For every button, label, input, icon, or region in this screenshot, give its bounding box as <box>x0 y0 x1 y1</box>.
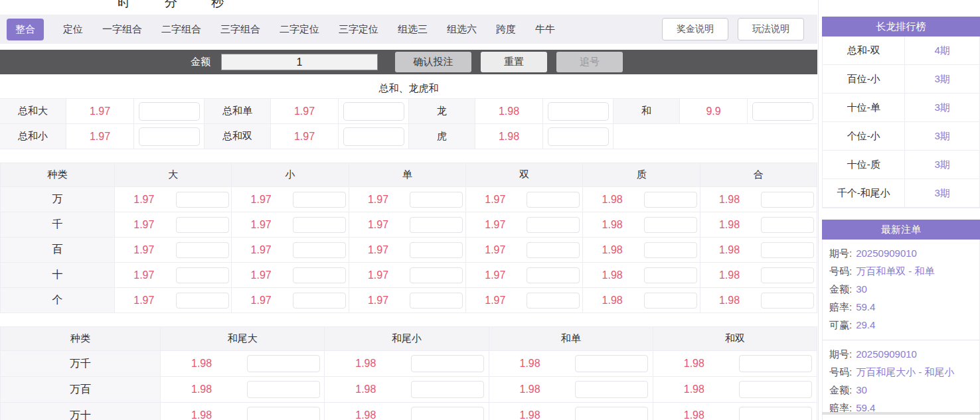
bet-input-cell <box>525 187 583 212</box>
bet-amount-input[interactable] <box>761 192 814 208</box>
odds-value: 1.98 <box>161 403 242 420</box>
bet-amount-input[interactable] <box>644 242 697 258</box>
dragon-label: 百位-小 <box>823 65 905 93</box>
bet-input-cell <box>173 187 232 212</box>
column-header: 小 <box>232 163 349 186</box>
tab-niuniu[interactable]: 牛牛 <box>535 23 555 36</box>
bet-amount-input[interactable] <box>548 102 609 121</box>
bet-amount-input[interactable] <box>410 242 463 258</box>
sum-row: 总和小1.97总和双1.97虎1.98 <box>0 123 817 149</box>
tab-sanzi-dingwei[interactable]: 三字定位 <box>339 23 378 36</box>
tab-zuxuan-san[interactable]: 组选三 <box>398 23 428 36</box>
bet-amount-input[interactable] <box>293 242 346 258</box>
odds-value: 1.97 <box>466 238 525 262</box>
odds-value: 1.98 <box>489 377 571 402</box>
bet-amount-input[interactable] <box>247 355 320 372</box>
tab-erzi-dingwei[interactable]: 二字定位 <box>280 23 319 36</box>
empty-cell <box>613 124 817 149</box>
bet-amount-input[interactable] <box>761 293 814 309</box>
bet-input-cell <box>406 351 488 376</box>
bet-amount-input[interactable] <box>293 267 346 283</box>
reset-button[interactable]: 重置 <box>481 52 547 72</box>
bet-amount-input[interactable] <box>176 192 229 208</box>
row-label: 千 <box>1 212 115 237</box>
bet-amount-input[interactable] <box>343 102 404 121</box>
bet-amount-input[interactable] <box>176 242 229 258</box>
dragon-ranking-panel: 长龙排行榜 总和-双4期百位-小3期十位-单3期个位-小3期十位-质3期千个-和… <box>822 17 980 208</box>
tab-zuxuan-liu[interactable]: 组选六 <box>447 23 477 36</box>
odds-value: 1.98 <box>700 238 759 262</box>
bet-amount-input[interactable] <box>410 267 463 283</box>
bet-amount-input[interactable] <box>247 381 320 398</box>
page: 时 分 秒 整合定位一字组合二字组合三字组合二字定位三字定位组选三组选六跨度牛牛… <box>0 0 980 420</box>
tab-kuadu[interactable]: 跨度 <box>496 23 516 36</box>
bet-amount-input[interactable] <box>527 192 580 208</box>
bet-amount-input[interactable] <box>575 407 648 420</box>
bet-amount-input[interactable] <box>139 127 200 146</box>
bet-amount-input[interactable] <box>293 293 346 309</box>
chase-number-button[interactable]: 追号 <box>556 52 623 72</box>
tab-sanzi-zuhe[interactable]: 三字组合 <box>220 23 260 36</box>
tab-yizi-zuhe[interactable]: 一字组合 <box>102 23 142 36</box>
order-field: 赔率:59.4 <box>823 298 979 316</box>
amount-label: 金额 <box>191 56 210 68</box>
order-entry: 期号:20250909010号码:万百和单双 - 和单金额:30赔率:59.4可… <box>823 240 979 340</box>
bet-amount-input[interactable] <box>644 217 697 233</box>
bet-input-cell <box>735 351 817 376</box>
bet-amount-input[interactable] <box>548 127 609 146</box>
column-header: 双 <box>466 163 583 186</box>
bet-amount-input[interactable] <box>752 102 813 121</box>
odds-value: 1.97 <box>232 263 290 287</box>
bet-amount-input[interactable] <box>410 217 463 233</box>
bet-amount-input[interactable] <box>739 381 812 398</box>
order-field: 号码:万百和单双 - 和单 <box>823 262 979 280</box>
prize-info-button[interactable]: 奖金说明 <box>662 18 728 40</box>
bet-amount-input[interactable] <box>176 267 229 283</box>
bet-amount-input[interactable] <box>739 355 812 372</box>
column-header: 种类 <box>1 163 115 186</box>
play-rules-button[interactable]: 玩法说明 <box>738 18 804 40</box>
bet-amount-input[interactable] <box>527 267 580 283</box>
bet-amount-input[interactable] <box>527 242 580 258</box>
table-row: 个1.971.971.971.971.981.98 <box>1 288 817 313</box>
bet-amount-input[interactable] <box>293 192 346 208</box>
bet-amount-input[interactable] <box>761 242 814 258</box>
bet-cell-group: 1.98 <box>161 377 325 402</box>
amount-input[interactable] <box>221 54 378 70</box>
tab-erzi-zuhe[interactable]: 二字组合 <box>161 23 201 36</box>
bet-amount-input[interactable] <box>761 267 814 283</box>
bet-amount-input[interactable] <box>411 407 484 420</box>
dragon-row: 十位-质3期 <box>823 151 979 179</box>
bet-amount-input[interactable] <box>176 217 229 233</box>
bet-amount-input[interactable] <box>410 192 463 208</box>
bet-amount-input[interactable] <box>761 217 814 233</box>
bet-amount-input[interactable] <box>575 381 648 398</box>
odds-value: 1.97 <box>466 212 525 237</box>
bet-amount-input[interactable] <box>343 127 404 146</box>
bet-amount-input[interactable] <box>644 267 697 283</box>
odds-value: 1.97 <box>115 187 173 212</box>
bet-amount-input[interactable] <box>176 293 229 309</box>
bet-amount-input[interactable] <box>644 293 697 309</box>
bet-amount-input[interactable] <box>293 217 346 233</box>
bet-amount-input[interactable] <box>139 102 200 121</box>
confirm-bet-button[interactable]: 确认投注 <box>395 52 471 72</box>
bet-amount-input[interactable] <box>527 217 580 233</box>
bet-amount-input[interactable] <box>739 407 812 420</box>
bet-amount-input[interactable] <box>575 355 648 372</box>
bet-input-cell <box>641 187 700 212</box>
sumtail-odds-table: 种类和尾大和尾小和单和双万千1.981.981.981.98万百1.981.98… <box>0 326 817 420</box>
bet-amount-input[interactable] <box>411 381 484 398</box>
tab-dingwei[interactable]: 定位 <box>63 23 83 36</box>
odds-value: 1.97 <box>349 288 408 313</box>
bet-input-cell <box>758 263 817 287</box>
tab-zhenghe[interactable]: 整合 <box>7 19 44 40</box>
bet-input-cell <box>571 377 653 402</box>
bet-amount-input[interactable] <box>247 407 320 420</box>
bet-amount-input[interactable] <box>411 355 484 372</box>
bet-amount-input[interactable] <box>644 192 697 208</box>
bet-amount-input[interactable] <box>527 293 580 309</box>
bet-amount-input[interactable] <box>410 293 463 309</box>
table-header-row: 种类和尾大和尾小和单和双 <box>1 327 817 351</box>
bet-input-cell <box>735 377 817 402</box>
